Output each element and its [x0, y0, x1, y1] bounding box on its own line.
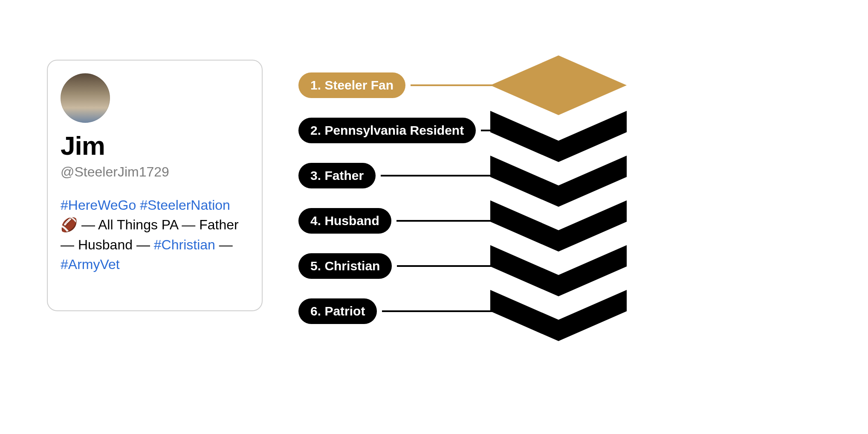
profile-card: Jim @SteelerJim1729 #HereWeGo #SteelerNa… [47, 60, 263, 311]
connector-line [411, 84, 495, 86]
svg-marker-0 [490, 111, 627, 162]
avatar [61, 73, 110, 123]
connector-line [481, 130, 495, 131]
svg-marker-2 [490, 200, 627, 252]
connector-line [397, 265, 495, 267]
connector-line [382, 310, 495, 312]
identity-row: 2. Pennsylvania Resident [298, 118, 476, 143]
profile-bio: #HereWeGo #SteelerNation 🏈 — All Things … [61, 195, 249, 275]
diagram-stage: Jim @SteelerJim1729 #HereWeGo #SteelerNa… [0, 0, 868, 434]
hashtag-christian[interactable]: #Christian [154, 237, 215, 252]
layer-chevron-4 [490, 200, 627, 252]
hashtag-armyvet[interactable]: #ArmyVet [61, 257, 120, 272]
connector-line [381, 175, 495, 176]
layer-chevron-6 [490, 290, 627, 341]
identity-pill-2: 2. Pennsylvania Resident [298, 118, 476, 143]
bio-segment: All Things PA [98, 217, 178, 232]
svg-marker-3 [490, 245, 627, 296]
football-icon: 🏈 [61, 215, 78, 234]
profile-name: Jim [61, 130, 249, 161]
identity-pill-4: 4. Husband [298, 208, 391, 234]
profile-handle: @SteelerJim1729 [61, 164, 249, 180]
layer-diamond-1 [490, 55, 627, 115]
identity-pill-3: 3. Father [298, 163, 376, 188]
layer-stack-icon [486, 51, 631, 350]
identity-pill-1: 1. Steeler Fan [298, 72, 405, 98]
svg-marker-1 [490, 156, 627, 207]
layer-chevron-3 [490, 156, 627, 207]
layer-chevron-2 [490, 111, 627, 162]
bio-segment: Husband [78, 237, 133, 252]
connector-line [396, 220, 495, 222]
layer-stack [486, 51, 631, 341]
layer-chevron-5 [490, 245, 627, 296]
identity-pill-column: 1. Steeler Fan 2. Pennsylvania Resident … [298, 72, 476, 344]
identity-pill-6: 6. Patriot [298, 298, 377, 324]
identity-pill-5: 5. Christian [298, 253, 392, 279]
hashtag-herewego[interactable]: #HereWeGo [61, 197, 136, 213]
bio-segment: Father [199, 217, 238, 232]
svg-marker-4 [490, 290, 627, 341]
hashtag-steelernation[interactable]: #SteelerNation [140, 197, 230, 213]
